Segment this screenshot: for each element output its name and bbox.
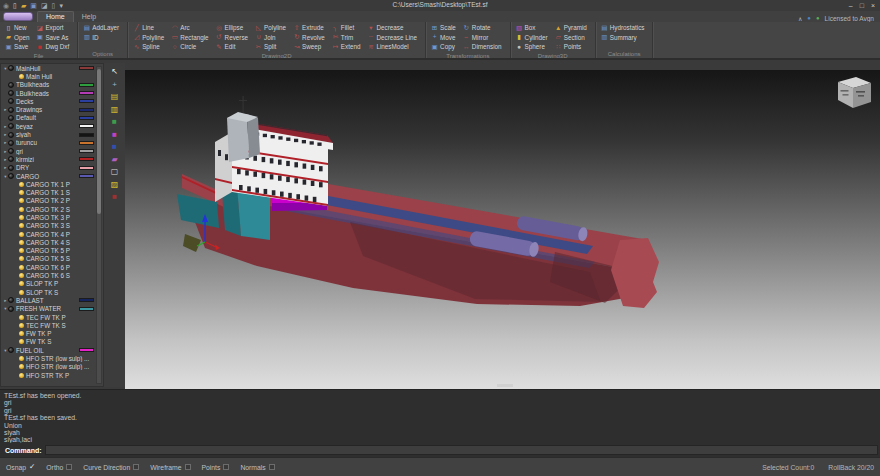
ribbon-trim-button[interactable]: ✄Trim [330, 33, 363, 43]
save-icon[interactable]: ▣ [30, 2, 37, 9]
tree-item-cargo-tk-4-s[interactable]: CARGO TK 4 S [1, 238, 103, 246]
ribbon-summary-button[interactable]: ▥Summary [599, 33, 647, 43]
status-toggle-curve-direction[interactable]: Curve Direction [83, 463, 139, 471]
ribbon-linesmodel-button[interactable]: ≋LinesModel [365, 42, 419, 52]
tree-item-drawings[interactable]: ▸Drawings [1, 105, 103, 113]
ribbon-points-button[interactable]: ∷Points [553, 42, 589, 52]
layer-color-swatch[interactable] [79, 133, 94, 137]
layer-color-swatch[interactable] [79, 157, 94, 161]
new-document-icon[interactable]: ▯ [13, 2, 17, 9]
info-icon[interactable]: ● [807, 15, 811, 22]
checkbox-icon[interactable] [185, 464, 191, 470]
ribbon-save-as-button[interactable]: ▣Save As [34, 33, 71, 43]
layer-color-swatch[interactable] [79, 348, 94, 352]
ribbon-ellipse-button[interactable]: ◎Ellipse [214, 23, 250, 33]
ribbon-export-button[interactable]: ◪Export [34, 23, 71, 33]
app-menu-button[interactable] [3, 12, 33, 21]
layer-color-swatch[interactable] [79, 166, 94, 170]
layer-color-swatch[interactable] [79, 66, 94, 70]
tree-scrollbar[interactable] [96, 66, 102, 384]
tree-item-fw-tk-s[interactable]: FW TK S [1, 338, 103, 346]
layer-color-swatch[interactable] [79, 298, 94, 302]
ribbon-sweep-button[interactable]: ↝Sweep [291, 42, 327, 52]
close-button[interactable]: × [871, 2, 875, 9]
layer-color-swatch[interactable] [79, 174, 94, 178]
tree-item-tbulkheads[interactable]: TBulkheads [1, 81, 103, 89]
tree-item-hfo-str-low-sulp[interactable]: HFO STR (low sulp) ... [1, 354, 103, 362]
ribbon-open-button[interactable]: ▰Open [3, 33, 31, 43]
tree-item-cargo-tk-3-p[interactable]: CARGO TK 3 P [1, 213, 103, 221]
minimize-button[interactable]: – [849, 2, 853, 9]
tree-item-cargo-tk-5-s[interactable]: CARGO TK 5 S [1, 255, 103, 263]
ribbon-dimension-button[interactable]: ↔Dimension [461, 42, 504, 52]
checkbox-icon[interactable] [269, 464, 275, 470]
tree-item-cargo-tk-5-p[interactable]: CARGO TK 5 P [1, 247, 103, 255]
maximize-button[interactable]: □ [860, 2, 864, 9]
ribbon-addlayer-button[interactable]: ▤AddLayer [81, 23, 121, 33]
tree-scrollbar-thumb[interactable] [97, 69, 101, 214]
ribbon-cylinder-button[interactable]: ▮Cylinder [514, 33, 550, 43]
command-input[interactable] [45, 445, 878, 455]
ribbon-new-button[interactable]: ▯New [3, 23, 31, 33]
tree-item-turuncu[interactable]: ▸turuncu [1, 139, 103, 147]
ribbon-extend-button[interactable]: ↦Extend [330, 42, 363, 52]
app-logo-icon[interactable]: ◉ [3, 2, 9, 9]
tree-item-lbulkheads[interactable]: LBulkheads [1, 89, 103, 97]
tree-item-slop-tk-s[interactable]: SLOP TK S [1, 288, 103, 296]
checkbox-icon[interactable] [223, 464, 229, 470]
quick-access-dropdown-icon[interactable]: ▾ [59, 2, 63, 9]
viewport-hscrollbar-thumb[interactable] [497, 384, 513, 387]
ribbon-box-button[interactable]: ▧Box [514, 23, 550, 33]
license-status-icon[interactable]: ● [816, 15, 820, 22]
layer-color-swatch[interactable] [79, 307, 94, 311]
status-toggle-points[interactable]: Points [202, 463, 230, 471]
tree-item-fuel-oil[interactable]: ▾FUEL OIL [1, 346, 103, 354]
pan-move-icon[interactable]: + [108, 80, 121, 90]
ribbon-save-button[interactable]: ▣Save [3, 42, 31, 52]
layer-color-white-icon[interactable]: ▢ [108, 167, 121, 177]
ribbon-pyramid-button[interactable]: ▲Pyramid [553, 23, 589, 33]
ribbon-id-button[interactable]: ▥ID [81, 33, 121, 43]
ribbon-decrease-button[interactable]: ▾Decrease [365, 23, 419, 33]
ribbon-join-button[interactable]: ∪Join [253, 33, 288, 43]
status-toggle-wireframe[interactable]: Wireframe [150, 463, 190, 471]
status-toggle-osnap[interactable]: Osnap✓ [6, 463, 35, 471]
tab-home[interactable]: Home [37, 11, 74, 22]
tree-item-beyaz[interactable]: ▸beyaz [1, 122, 103, 130]
tree-item-slop-tk-p[interactable]: SLOP TK P [1, 280, 103, 288]
tree-item-hfo-str-low-sulp[interactable]: HFO STR (low sulp) ... [1, 363, 103, 371]
layer-color-swatch[interactable] [79, 149, 94, 153]
ribbon-scale-button[interactable]: ⊞Scale [429, 23, 458, 33]
ribbon-decrease-line-button[interactable]: ┄Decrease Line [365, 33, 419, 43]
ribbon-reverse-button[interactable]: ↺Reverse [214, 33, 250, 43]
tree-item-dry[interactable]: ▸DRY [1, 164, 103, 172]
layer-color-green-icon[interactable]: ■ [108, 117, 121, 127]
tree-item-cargo[interactable]: ▾CARGO [1, 172, 103, 180]
tree-item-cargo-tk-1-s[interactable]: CARGO TK 1 S [1, 188, 103, 196]
layer-color-blue-icon[interactable]: ■ [108, 142, 121, 152]
checked-icon[interactable]: ✓ [29, 463, 35, 471]
tree-item-tec-fw-tk-s[interactable]: TEC FW TK S [1, 321, 103, 329]
ribbon-revolve-button[interactable]: ↻Revolve [291, 33, 327, 43]
layer-color-yellow-icon[interactable]: ▨ [108, 180, 121, 190]
ribbon-section-button[interactable]: ▱Section [553, 33, 589, 43]
export-icon[interactable]: ◪ [41, 2, 48, 9]
tab-help[interactable]: Help [74, 12, 104, 22]
tree-item-fw-tk-p[interactable]: FW TK P [1, 330, 103, 338]
ribbon-copy-button[interactable]: ▣Copy [429, 42, 458, 52]
viewport-3d[interactable] [125, 70, 880, 389]
ribbon-mirror-button[interactable]: ⇔Mirror [461, 33, 504, 43]
tree-item-hfo-str-tk-p[interactable]: HFO STR TK P [1, 371, 103, 379]
document-icon[interactable]: ▯ [52, 2, 56, 9]
tree-item-decks[interactable]: Decks [1, 97, 103, 105]
ribbon-split-button[interactable]: ✂Split [253, 42, 288, 52]
ribbon-arc-button[interactable]: ◠Arc [169, 23, 210, 33]
tree-item-default[interactable]: Default [1, 114, 103, 122]
ribbon-rectangle-button[interactable]: ▭Rectangle [169, 33, 210, 43]
ribbon-polyline-button[interactable]: ◿Polyline [131, 33, 166, 43]
ribbon-move-button[interactable]: +Move [429, 33, 458, 43]
add-layer-icon[interactable]: ▥ [108, 105, 121, 115]
layer-color-swatch[interactable] [79, 108, 94, 112]
layer-color-swatch[interactable] [79, 116, 94, 120]
layer-color-swatch[interactable] [79, 141, 94, 145]
